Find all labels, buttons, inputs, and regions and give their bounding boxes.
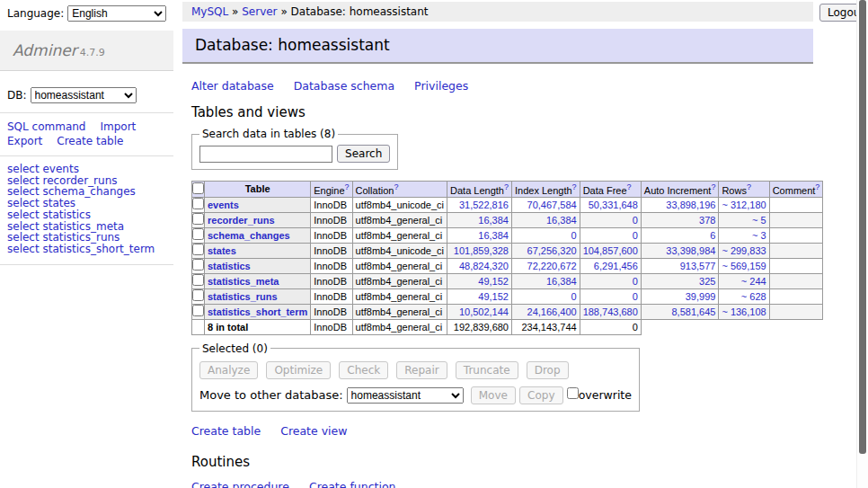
db-select[interactable]: homeassistant [31,87,137,103]
data-length-link[interactable]: 49,152 [478,291,509,302]
row-checkbox[interactable] [192,305,204,316]
row-checkbox[interactable] [192,198,204,209]
rows-count-link[interactable]: ~ 628 [741,291,766,302]
alter-database-link[interactable]: Alter database [191,79,274,93]
rows-count-link[interactable]: ~ 299,833 [722,245,766,256]
auto-increment-link[interactable]: 8,581,645 [671,306,715,317]
table-name-link[interactable]: statistics_short_term [208,306,307,317]
page-scrollbar-track[interactable] [856,0,868,488]
index-length-link[interactable]: 67,256,320 [527,245,577,256]
rows-count-link[interactable]: ~ 136,108 [722,306,766,317]
index-length-link[interactable]: 24,166,400 [527,306,577,317]
table-name-link[interactable]: statistics_meta [208,276,279,287]
sidebar-import-link[interactable]: Import [100,120,136,133]
move-button[interactable]: Move [471,386,516,404]
data-free-link[interactable]: 0 [633,276,638,287]
sidebar-export-link[interactable]: Export [7,135,42,147]
data-free-link[interactable]: 6,291,456 [594,261,638,271]
table-name-link[interactable]: statistics [208,261,251,271]
comment-hint-link[interactable]: ? [815,182,819,191]
data-free-link[interactable]: 0 [633,215,638,226]
analyze-button[interactable]: Analyze [199,361,258,379]
index-length-link[interactable]: 72,220,672 [527,261,577,271]
table-name-link[interactable]: events [208,200,239,210]
auto-increment-link[interactable]: 6 [710,230,715,241]
select-all-checkbox[interactable] [192,182,204,194]
data-length-link[interactable]: 49,152 [478,276,509,287]
auto-increment-link[interactable]: 913,577 [680,261,716,271]
row-checkbox[interactable] [192,259,204,271]
rows-count-link[interactable]: ~ 312,180 [722,200,766,210]
engine-hint-link[interactable]: ? [345,182,350,191]
index-length-link[interactable]: 70,467,584 [527,200,577,210]
copy-button[interactable]: Copy [519,386,562,404]
create-table-link[interactable]: Create table [191,424,261,438]
data-free-link[interactable]: 188,743,680 [583,306,638,317]
auto-increment-hint-link[interactable]: ? [711,182,715,191]
sidebar-create-table-link[interactable]: Create table [57,135,123,147]
search-input[interactable] [199,146,332,163]
search-button[interactable]: Search [337,145,390,163]
row-checkbox[interactable] [192,213,204,225]
repair-button[interactable]: Repair [396,361,447,379]
table-name-link[interactable]: recorder_runs [208,215,275,226]
rows-count-link[interactable]: ~ 244 [741,276,766,287]
data-length-link[interactable]: 101,859,328 [454,245,509,256]
app-logo-link[interactable]: Adminer4.7.9 [13,41,105,59]
collation-hint-link[interactable]: ? [394,182,398,191]
index-length-link[interactable]: 0 [571,230,577,241]
table-name-link[interactable]: schema_changes [208,230,290,241]
language-select[interactable]: English [67,5,166,22]
overwrite-checkbox[interactable] [567,387,579,399]
auto-increment-link[interactable]: 39,999 [686,291,716,302]
rows-count-link[interactable]: ~ 569,159 [722,261,766,271]
data-length-link[interactable]: 16,384 [478,215,509,226]
auto-increment-link[interactable]: 33,898,196 [666,200,715,210]
row-checkbox[interactable] [192,244,204,255]
data-free-link[interactable]: 104,857,600 [583,245,638,256]
breadcrumb-mysql-link[interactable]: MySQL [191,5,228,18]
data-length-hint-link[interactable]: ? [504,182,509,191]
row-checkbox[interactable] [192,228,204,240]
data-length-link[interactable]: 31,522,816 [459,200,509,210]
rows-hint-link[interactable]: ? [747,182,751,191]
optimize-button[interactable]: Optimize [266,361,331,379]
rows-count-link[interactable]: ~ 3 [752,230,766,241]
data-length-link[interactable]: 16,384 [478,230,509,241]
row-checkbox[interactable] [192,289,204,301]
truncate-button[interactable]: Truncate [456,361,518,379]
move-db-select[interactable]: homeassistant [347,387,464,404]
page-scrollbar-thumb[interactable] [859,0,866,454]
sidebar-item-select-statistics-short-term[interactable]: select statistics_short_term [7,244,173,255]
create-function-link[interactable]: Create function [309,480,396,488]
table-name-link[interactable]: states [208,245,236,256]
create-view-link[interactable]: Create view [280,424,347,438]
create-procedure-link[interactable]: Create procedure [191,480,289,488]
database-schema-link[interactable]: Database schema [294,79,394,93]
index-length-link[interactable]: 16,384 [546,276,577,287]
sidebar-item-select-states[interactable]: select states [7,198,173,209]
drop-button[interactable]: Drop [527,361,569,379]
auto-increment-link[interactable]: 378 [699,215,715,226]
data-free-link[interactable]: 50,331,648 [589,200,638,210]
check-button[interactable]: Check [339,361,388,379]
auto-increment-link[interactable]: 325 [699,276,715,287]
overwrite-label[interactable]: overwrite [579,388,632,402]
index-length-link[interactable]: 16,384 [546,215,577,226]
breadcrumb-server-link[interactable]: Server [242,5,277,18]
auto-increment-link[interactable]: 33,398,984 [666,245,715,256]
rows-count-link[interactable]: ~ 5 [752,215,766,226]
index-length-hint-link[interactable]: ? [572,182,577,191]
row-checkbox[interactable] [192,274,204,286]
privileges-link[interactable]: Privileges [414,79,468,93]
data-length-link[interactable]: 48,824,320 [459,261,509,271]
data-free-link[interactable]: 0 [633,230,638,241]
sidebar-item-select-statistics[interactable]: select statistics [7,209,173,221]
data-free-link[interactable]: 0 [633,291,638,302]
data-free-hint-link[interactable]: ? [627,182,632,191]
index-length-link[interactable]: 0 [571,291,577,302]
data-length-link[interactable]: 10,502,144 [459,306,509,317]
table-name-link[interactable]: statistics_runs [208,291,278,302]
sidebar-item-select-events[interactable]: select events [7,164,173,175]
sidebar-sql-command-link[interactable]: SQL command [7,120,85,133]
